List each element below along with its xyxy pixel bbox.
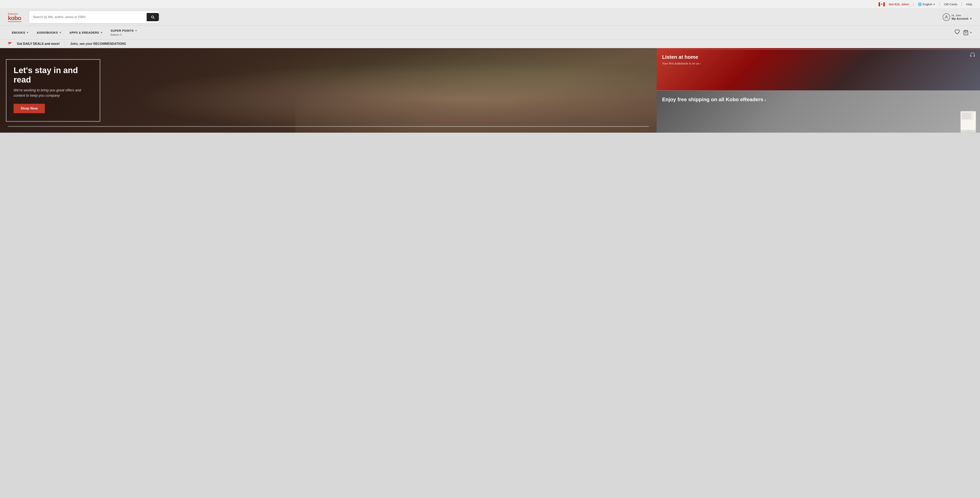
search-box	[29, 11, 159, 23]
search-icon	[151, 15, 155, 19]
promo-flag-icon: 🚩	[8, 42, 12, 46]
logo-kobo-text: kobo	[8, 15, 21, 21]
panel-audiobook-title: Listen at home	[662, 54, 701, 60]
hero-panel-audiobook[interactable]: Listen at home Your first audiobook is o…	[657, 48, 980, 91]
ereader-line	[961, 115, 971, 115]
divider-2: |	[939, 2, 940, 6]
account-icon	[943, 13, 950, 21]
nav-super-points[interactable]: SUPER POINTS ▼ Balance: 0	[107, 26, 141, 39]
chevron-down-icon: ▼	[135, 29, 137, 32]
ereader-bottom	[961, 130, 976, 132]
hero-subtitle: We're working to bring you great offers …	[14, 88, 92, 98]
site-header: Rakuten kobo Hi, John My	[0, 9, 980, 25]
hero-card: Let's stay in and read We're working to …	[6, 59, 100, 122]
recs-highlight: RECOMMENDATIONS	[93, 42, 126, 45]
chevron-down-icon: ▼	[969, 17, 972, 20]
chevron-down-icon: ▼	[59, 31, 62, 34]
super-points-label: SUPER POINTS ▼	[110, 29, 137, 32]
recommendations-link[interactable]: John, see your RECOMMENDATIONS	[70, 42, 126, 46]
ereader-line	[961, 113, 974, 113]
help-link[interactable]: Help	[966, 3, 972, 6]
nav-audiobooks-label: AUDIOBOOKS	[37, 31, 58, 34]
panel-ereader-content: Enjoy free shipping on all Kobo eReaders…	[662, 97, 766, 104]
promo-bar: 🚩 Get DAILY DEALS and more! | John, see …	[0, 40, 980, 48]
panel-audiobook-subtitle: Your first audiobook is on us ›	[662, 62, 701, 65]
shop-now-button[interactable]: Shop Now	[14, 104, 45, 113]
my-account-button[interactable]: Hi, John My Account ▼	[943, 13, 972, 21]
ereader-screen	[961, 111, 976, 130]
headphone-decoration	[970, 52, 975, 58]
logo-underline	[8, 21, 21, 22]
nav-apps-label: APPS & eREADERS	[69, 31, 99, 34]
recs-prefix: John, see your	[70, 42, 93, 45]
daily-deals-link[interactable]: Get DAILY DEALS and more!	[17, 42, 60, 46]
super-points-balance: Balance: 0	[110, 33, 122, 36]
language-label: English	[923, 3, 932, 6]
hero-title: Let's stay in and read	[14, 66, 92, 85]
chevron-down-icon: ▼	[26, 31, 29, 34]
super-points-text: SUPER POINTS	[110, 29, 134, 32]
ereader-image	[960, 111, 976, 133]
ereader-line	[961, 114, 974, 115]
panel-ereader-title-text: Enjoy free shipping on all Kobo eReaders	[662, 97, 763, 102]
cart-button[interactable]: ▼	[963, 30, 972, 35]
hero-people-image	[296, 48, 657, 133]
search-button[interactable]	[146, 13, 159, 21]
rakuten-kobo-logo[interactable]: Rakuten kobo	[8, 13, 21, 22]
panel-audiobook-content: Listen at home Your first audiobook is o…	[662, 54, 701, 65]
arrow-icon: ›	[765, 98, 766, 102]
hero-section: Let's stay in and read We're working to …	[0, 48, 980, 133]
panel-ereader-title: Enjoy free shipping on all Kobo eReaders…	[662, 97, 766, 103]
nav-ebooks-label: eBOOKS	[12, 31, 25, 34]
panel-audiobook-subtitle-text: Your first audiobook is on us	[662, 62, 699, 65]
promo-separator: |	[64, 41, 65, 46]
nav-apps-ereaders[interactable]: APPS & eREADERS ▼	[65, 28, 107, 37]
language-selector[interactable]: 🌐 English ▼	[918, 2, 935, 6]
svg-rect-2	[883, 2, 885, 6]
gift-cards-link[interactable]: Gift Cards	[944, 3, 958, 6]
ereader-line	[961, 117, 974, 118]
account-text: Hi, John My Account ▼	[952, 14, 972, 20]
chevron-down-icon: ▼	[933, 3, 935, 5]
ereader-line	[961, 116, 974, 116]
ereader-line	[961, 119, 974, 119]
hero-bottom-decoration	[8, 126, 649, 127]
wishlist-icon[interactable]	[955, 29, 960, 36]
ereader-line	[961, 118, 971, 118]
nav-ebooks[interactable]: eBOOKS ▼	[8, 28, 33, 37]
search-input[interactable]	[33, 15, 146, 19]
ereader-line	[961, 116, 971, 117]
account-label: My Account	[952, 17, 968, 20]
arrow-icon: ›	[700, 62, 701, 65]
ereader-button	[967, 131, 969, 132]
svg-rect-0	[878, 2, 880, 6]
account-greeting: Hi, John	[952, 14, 972, 17]
nav-left: eBOOKS ▼ AUDIOBOOKS ▼ APPS & eREADERS ▼ …	[8, 26, 141, 39]
nav-right: ▼	[955, 29, 972, 36]
country-flag	[878, 2, 885, 6]
chevron-down-icon: ▼	[100, 31, 103, 34]
main-navigation: eBOOKS ▼ AUDIOBOOKS ▼ APPS & eREADERS ▼ …	[0, 25, 980, 40]
search-container	[29, 11, 159, 23]
top-utility-bar: Get $15, John! | 🌐 English ▼ | Gift Card…	[0, 0, 980, 9]
nav-audiobooks[interactable]: AUDIOBOOKS ▼	[33, 28, 65, 37]
header-right: Hi, John My Account ▼	[943, 13, 972, 21]
hero-main-panel: Let's stay in and read We're working to …	[0, 48, 657, 133]
svg-point-3	[946, 16, 947, 17]
hero-right-panels: Listen at home Your first audiobook is o…	[657, 48, 980, 133]
hero-panel-ereader[interactable]: Enjoy free shipping on all Kobo eReaders…	[657, 91, 980, 133]
divider-1: |	[913, 2, 914, 6]
ereader-line	[961, 113, 971, 114]
chevron-down-icon: ▼	[970, 31, 972, 34]
globe-icon: 🌐	[918, 2, 922, 6]
divider-3: |	[961, 2, 962, 6]
promo-get-credit-link[interactable]: Get $15, John!	[889, 3, 909, 6]
